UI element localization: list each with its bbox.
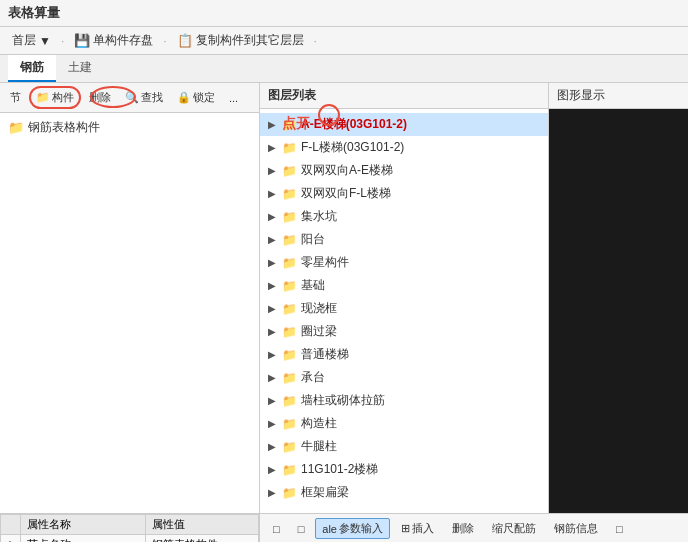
main-content: 节 📁 构件 删除 🔍 查找 🔒 锁定 ... xyxy=(0,83,688,513)
copy-icon: 📋 xyxy=(177,33,193,48)
tree-folder-icon: 📁 xyxy=(282,371,297,385)
dropdown-icon: ▼ xyxy=(39,34,51,48)
tree-arrow-icon: ▶ xyxy=(268,234,278,245)
search-label: 查找 xyxy=(141,90,163,105)
right-tree-item[interactable]: ▶ 📁 F-L楼梯(03G101-2) xyxy=(260,136,548,159)
props-col-name: 属性名称 xyxy=(21,515,146,535)
toolbar-first-layer[interactable]: 首层 ▼ xyxy=(8,30,55,51)
left-tree-item-root[interactable]: 📁 钢筋表格构件 xyxy=(4,117,255,138)
tree-item-label: 双网双向A-E楼梯 xyxy=(301,162,393,179)
lock-icon: 🔒 xyxy=(177,91,191,104)
folder-icon: 📁 xyxy=(8,120,24,135)
param-icon: ale xyxy=(322,523,337,535)
right-tree: ▶ 📁 A-E楼梯(03G101-2) ▶ 📁 F-L楼梯(03G101-2) … xyxy=(260,109,548,513)
insert-icon: ⊞ xyxy=(401,522,410,535)
tree-folder-icon: 📁 xyxy=(282,325,297,339)
tree-folder-icon: 📁 xyxy=(282,210,297,224)
right-tree-item[interactable]: ▶ 📁 现浇框 xyxy=(260,297,548,320)
app-header: 表格算量 xyxy=(0,0,688,27)
right-tree-item[interactable]: ▶ 📁 牛腿柱 xyxy=(260,435,548,458)
tree-folder-icon: 📁 xyxy=(282,187,297,201)
more-label: ... xyxy=(229,92,238,104)
left-toolbar-search[interactable]: 🔍 查找 xyxy=(119,87,169,108)
right-tree-item[interactable]: ▶ 📁 承台 xyxy=(260,366,548,389)
delete-label: 删除 xyxy=(89,90,111,105)
tab-gangjin[interactable]: 钢筋 xyxy=(8,55,56,82)
folder-small-icon: 📁 xyxy=(36,91,50,104)
right-tree-item[interactable]: ▶ 📁 零星构件 xyxy=(260,251,548,274)
toolbar-save[interactable]: 💾 单构件存盘 xyxy=(70,30,157,51)
toolbar-copy[interactable]: 📋 复制构件到其它层层 xyxy=(173,30,308,51)
bottom-btn-del[interactable]: 删除 xyxy=(445,518,481,539)
tree-arrow-icon: ▶ xyxy=(268,119,278,130)
lock-label: 锁定 xyxy=(193,90,215,105)
left-toolbar-more[interactable]: ... xyxy=(223,89,244,107)
props-row-name: 节点名称 xyxy=(21,535,146,543)
tree-arrow-icon: ▶ xyxy=(268,418,278,429)
toolbar-sep-3: · xyxy=(314,34,317,48)
right-tree-item[interactable]: ▶ 📁 A-E楼梯(03G101-2) xyxy=(260,113,548,136)
bottom-btn-1[interactable]: □ xyxy=(266,520,287,538)
left-tree-item-label: 钢筋表格构件 xyxy=(28,119,100,136)
insert-label: 插入 xyxy=(412,521,434,536)
tree-folder-icon: 📁 xyxy=(282,440,297,454)
tree-arrow-icon: ▶ xyxy=(268,280,278,291)
del-label: 删除 xyxy=(452,521,474,536)
tree-folder-icon: 📁 xyxy=(282,256,297,270)
right-tree-item[interactable]: ▶ 📁 11G101-2楼梯 xyxy=(260,458,548,481)
right-tree-item[interactable]: ▶ 📁 墙柱或砌体拉筋 xyxy=(260,389,548,412)
save-icon: 💾 xyxy=(74,33,90,48)
bottom-btn-3[interactable]: □ xyxy=(609,520,630,538)
bottom-btn-info[interactable]: 钢筋信息 xyxy=(547,518,605,539)
right-tree-item[interactable]: ▶ 📁 阳台 xyxy=(260,228,548,251)
right-tree-item[interactable]: ▶ 📁 基础 xyxy=(260,274,548,297)
tree-folder-icon: 📁 xyxy=(282,394,297,408)
tree-item-label: 墙柱或砌体拉筋 xyxy=(301,392,385,409)
tree-folder-icon: 📁 xyxy=(282,348,297,362)
copy-label: 复制构件到其它层层 xyxy=(196,32,304,49)
bottom-btn-param[interactable]: ale 参数输入 xyxy=(315,518,390,539)
bottom-btn-suochi[interactable]: 缩尺配筋 xyxy=(485,518,543,539)
tree-folder-icon: 📁 xyxy=(282,233,297,247)
left-panel: 节 📁 构件 删除 🔍 查找 🔒 锁定 ... xyxy=(0,83,260,513)
props-row-value[interactable]: 钢筋表格构件 xyxy=(145,535,258,543)
tree-item-label: 牛腿柱 xyxy=(301,438,337,455)
props-col-num xyxy=(1,515,21,535)
right-tree-item[interactable]: ▶ 📁 普通楼梯 xyxy=(260,343,548,366)
left-toolbar-gujian[interactable]: 📁 构件 xyxy=(29,86,81,109)
bottom-btn-insert[interactable]: ⊞ 插入 xyxy=(394,518,441,539)
bottom-btn-2[interactable]: □ xyxy=(291,520,312,538)
bottom-section: 属性名称 属性值 1 节点名称 钢筋表格构件 2 备注 3 构件总重量(kg) … xyxy=(0,513,688,542)
tree-item-label: 普通楼梯 xyxy=(301,346,349,363)
tree-item-label: F-L楼梯(03G101-2) xyxy=(301,139,404,156)
right-tree-item[interactable]: ▶ 📁 集水坑 xyxy=(260,205,548,228)
tree-folder-icon: 📁 xyxy=(282,141,297,155)
bottom-right: □ □ ale 参数输入 ⊞ 插入 删除 缩尺配筋 钢筋信息 xyxy=(260,514,688,542)
graph-content xyxy=(549,109,688,513)
left-toolbar-jie[interactable]: 节 xyxy=(4,87,27,108)
right-tree-item[interactable]: ▶ 📁 双网双向A-E楼梯 xyxy=(260,159,548,182)
graph-panel: 图形显示 xyxy=(548,83,688,513)
tree-folder-icon: 📁 xyxy=(282,417,297,431)
right-tree-item[interactable]: ▶ 📁 圈过梁 xyxy=(260,320,548,343)
tree-arrow-icon: ▶ xyxy=(268,326,278,337)
left-toolbar-lock[interactable]: 🔒 锁定 xyxy=(171,87,221,108)
first-layer-label: 首层 xyxy=(12,32,36,49)
tree-item-label: A-E楼梯(03G101-2) xyxy=(301,116,407,133)
tree-folder-icon: 📁 xyxy=(282,164,297,178)
toolbar-sep-1: · xyxy=(61,34,64,48)
right-tree-item[interactable]: ▶ 📁 双网双向F-L楼梯 xyxy=(260,182,548,205)
left-tree: 📁 钢筋表格构件 xyxy=(0,113,259,513)
param-label: 参数输入 xyxy=(339,521,383,536)
info-label: 钢筋信息 xyxy=(554,521,598,536)
tree-arrow-icon: ▶ xyxy=(268,188,278,199)
tree-arrow-icon: ▶ xyxy=(268,303,278,314)
right-tree-item[interactable]: ▶ 📁 框架扁梁 xyxy=(260,481,548,504)
props-col-value: 属性值 xyxy=(145,515,258,535)
tab-tujian[interactable]: 土建 xyxy=(56,55,104,82)
right-tree-item[interactable]: ▶ 📁 构造柱 xyxy=(260,412,548,435)
suochi-label: 缩尺配筋 xyxy=(492,521,536,536)
left-toolbar-delete[interactable]: 删除 xyxy=(83,87,117,108)
graph-header: 图形显示 xyxy=(549,83,688,109)
save-label: 单构件存盘 xyxy=(93,32,153,49)
